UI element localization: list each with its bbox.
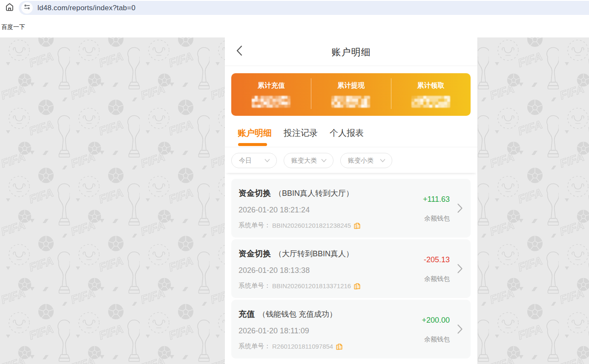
redacted-value	[411, 96, 450, 108]
account-panel: 账户明细 累计充值 累计提现 累计领取 账户明细 投注记录	[225, 37, 478, 364]
transaction-type: 资金切换	[238, 189, 271, 198]
home-button[interactable]	[0, 1, 19, 15]
order-number: BBIN202601201813371216	[272, 282, 351, 289]
order-label: 系统单号：	[238, 342, 270, 350]
transaction-type: 充值	[238, 310, 255, 318]
redacted-value	[252, 96, 290, 108]
url-bar[interactable]: ld48.com/reports/index?tab=0	[19, 1, 589, 15]
summary-label: 累计充值	[258, 81, 285, 90]
transaction-amount: +111.63	[423, 195, 450, 204]
transaction-list: 资金切换（BBIN真人转到大厅） 2026-01-20 18:21:24 系统单…	[225, 173, 477, 358]
transaction-detail: （钱能钱包 充值成功）	[258, 310, 337, 318]
filter-label: 账变小类	[348, 157, 374, 165]
transaction-row[interactable]: 资金切换（大厅转到BBIN真人） 2026-01-20 18:13:38 系统单…	[231, 239, 471, 298]
panel-sticky-header: 账户明细 累计充值 累计提现 累计领取 账户明细 投注记录	[225, 37, 477, 173]
summary-total-withdraw: 累计提现	[311, 73, 391, 116]
transaction-order: 系统单号： BBIN202601201821238245	[238, 221, 360, 229]
summary-total-deposit: 累计充值	[231, 73, 311, 116]
transaction-detail: （大厅转到BBIN真人）	[274, 249, 353, 258]
copy-icon[interactable]	[354, 222, 360, 229]
transaction-amount: +200.00	[422, 316, 450, 325]
tab-bar: 账户明细 投注记录 个人报表	[225, 116, 477, 147]
transaction-amount: -205.13	[424, 255, 450, 264]
chevron-down-icon	[264, 157, 270, 164]
chevron-right-icon	[457, 203, 463, 215]
tab-bet-records[interactable]: 投注记录	[284, 127, 318, 147]
filter-subcategory-dropdown[interactable]: 账变小类	[340, 153, 392, 168]
redacted-value	[331, 96, 370, 108]
transaction-row[interactable]: 充值（钱能钱包 充值成功） 2026-01-20 18:11:09 系统单号： …	[231, 300, 471, 358]
filter-bar: 今日 账变大类 账变小类	[225, 147, 477, 173]
copy-icon[interactable]	[354, 282, 360, 289]
home-icon	[5, 2, 14, 14]
filter-category-dropdown[interactable]: 账变大类	[284, 153, 333, 168]
summary-total-claim: 累计领取	[391, 73, 471, 116]
tab-personal-report[interactable]: 个人报表	[330, 127, 364, 147]
page-content: FIFA FIFA	[0, 37, 589, 364]
panel-header: 账户明细	[225, 37, 477, 66]
order-number: R2601201811097854	[272, 343, 333, 350]
tune-icon	[23, 3, 31, 12]
copy-icon[interactable]	[336, 343, 342, 350]
summary-card: 累计充值 累计提现 累计领取	[231, 73, 471, 116]
transaction-wallet: 余额钱包	[424, 335, 450, 344]
transaction-datetime: 2026-01-20 18:21:24	[238, 206, 310, 215]
site-settings-button[interactable]	[21, 2, 33, 14]
summary-label: 累计提现	[337, 81, 365, 90]
baidu-link[interactable]: 百度一下	[1, 23, 25, 31]
transaction-wallet: 余额钱包	[424, 275, 450, 283]
filter-label: 账变大类	[291, 157, 317, 165]
tab-account-details[interactable]: 账户明细	[238, 127, 272, 147]
page-title: 账户明细	[225, 46, 477, 59]
order-label: 系统单号：	[238, 221, 270, 229]
order-number: BBIN202601201821238245	[272, 222, 351, 229]
transaction-order: 系统单号： BBIN202601201813371216	[238, 282, 360, 290]
bookmark-strip: 百度一下	[0, 16, 589, 37]
transaction-type: 资金切换	[238, 249, 271, 258]
transaction-datetime: 2026-01-20 18:11:09	[238, 327, 309, 335]
transaction-title: 资金切换（BBIN真人转到大厅）	[238, 188, 353, 199]
chevron-right-icon	[457, 264, 463, 275]
browser-toolbar: ld48.com/reports/index?tab=0	[0, 0, 589, 16]
transaction-order: 系统单号： R2601201811097854	[238, 342, 342, 350]
chevron-right-icon	[457, 324, 463, 336]
transaction-title: 资金切换（大厅转到BBIN真人）	[238, 248, 353, 259]
summary-label: 累计领取	[417, 81, 444, 90]
url-text[interactable]: ld48.com/reports/index?tab=0	[37, 4, 135, 12]
transaction-detail: （BBIN真人转到大厅）	[274, 189, 353, 198]
transaction-row[interactable]: 资金切换（BBIN真人转到大厅） 2026-01-20 18:21:24 系统单…	[231, 179, 471, 238]
transaction-datetime: 2026-01-20 18:13:38	[238, 266, 310, 275]
chevron-down-icon	[380, 157, 385, 164]
chevron-down-icon	[321, 157, 327, 164]
filter-label: 今日	[239, 157, 252, 165]
transaction-title: 充值（钱能钱包 充值成功）	[238, 309, 337, 320]
filter-date-dropdown[interactable]: 今日	[231, 153, 277, 168]
transaction-wallet: 余额钱包	[424, 215, 450, 223]
order-label: 系统单号：	[238, 282, 270, 290]
